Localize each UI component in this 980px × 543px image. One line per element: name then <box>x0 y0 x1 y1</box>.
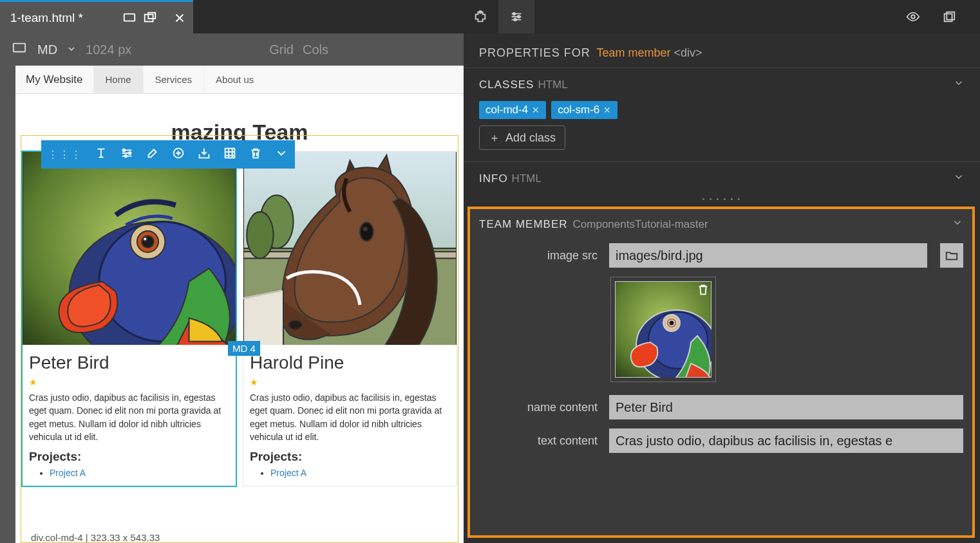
drag-handle-icon[interactable]: ⋮⋮⋮ <box>48 149 82 161</box>
insert-icon[interactable] <box>197 146 211 163</box>
text-content-input[interactable] <box>609 428 963 453</box>
svg-point-28 <box>360 223 373 241</box>
class-chip[interactable]: col-sm-6✕ <box>551 101 617 119</box>
trash-icon[interactable] <box>249 146 263 163</box>
team-member-image-horse <box>243 152 457 345</box>
close-icon[interactable] <box>173 11 187 25</box>
text-content-label: text content <box>479 434 598 448</box>
svg-rect-10 <box>14 43 25 51</box>
team-member-section-header[interactable]: TEAM MEMBER ComponentsTutorial-master <box>479 217 963 232</box>
puzzle-icon[interactable] <box>462 0 498 33</box>
svg-point-7 <box>911 15 915 19</box>
svg-point-27 <box>247 212 273 258</box>
new-window-icon[interactable] <box>143 11 157 25</box>
project-link[interactable]: Project A <box>270 468 306 478</box>
chevron-down-icon[interactable] <box>274 146 288 163</box>
svg-rect-15 <box>225 149 235 158</box>
info-section-header[interactable]: INFO HTML <box>464 162 980 195</box>
design-canvas[interactable]: My Website Home Services About us ⋮⋮⋮ <box>15 66 464 543</box>
star-icon: ★ <box>29 377 229 387</box>
team-member-name[interactable]: Peter Bird <box>29 353 229 373</box>
delete-image-icon[interactable] <box>696 282 710 299</box>
info-title: INFO <box>479 172 508 185</box>
site-brand[interactable]: My Website <box>15 73 93 86</box>
image-thumbnail[interactable] <box>610 277 716 382</box>
svg-point-4 <box>513 13 516 15</box>
plus-icon: ＋ <box>489 130 500 145</box>
list-item: Project A <box>50 468 229 478</box>
classes-title: CLASSES <box>479 78 534 91</box>
svg-point-5 <box>518 15 520 18</box>
team-member-text[interactable]: Cras justo odio, dapibus ac facilisis in… <box>29 391 229 443</box>
grid-icon[interactable] <box>223 146 237 163</box>
maximize-icon[interactable] <box>931 0 967 33</box>
svg-point-36 <box>669 320 675 326</box>
classes-sub: HTML <box>538 78 567 91</box>
browse-folder-button[interactable] <box>940 243 963 268</box>
element-toolbar[interactable]: ⋮⋮⋮ <box>41 140 295 169</box>
remove-class-icon[interactable]: ✕ <box>532 105 540 115</box>
team-member-sub: ComponentsTutorial-master <box>573 218 708 231</box>
svg-point-29 <box>364 227 367 230</box>
team-member-column-2[interactable]: Harold Pine ★ Cras justo odio, dapibus a… <box>243 151 457 486</box>
svg-point-6 <box>514 19 516 21</box>
team-member-column-1[interactable]: Peter Bird ★ Cras justo odio, dapibus ac… <box>22 151 236 486</box>
tab-filename: 1-team.html * <box>10 11 116 25</box>
nav-services[interactable]: Services <box>143 66 204 94</box>
properties-header: PROPERTIES FOR Team member <div> <box>464 33 980 68</box>
class-chip[interactable]: col-md-4✕ <box>479 101 546 119</box>
brush-icon[interactable] <box>146 146 160 163</box>
info-sub: HTML <box>512 172 542 185</box>
title-bar: 1-team.html * <box>0 0 980 33</box>
svg-rect-8 <box>945 14 952 21</box>
chevron-down-icon[interactable] <box>953 171 965 186</box>
cols-toggle[interactable]: Cols <box>303 42 328 57</box>
team-member-text[interactable]: Cras justo odio, dapibus ac facilisis in… <box>250 391 450 443</box>
name-content-input[interactable] <box>609 395 963 419</box>
add-class-button[interactable]: ＋Add class <box>479 125 565 150</box>
list-item: Project A <box>270 468 450 478</box>
svg-rect-9 <box>947 12 954 20</box>
remove-class-icon[interactable]: ✕ <box>603 105 611 115</box>
panel-divider-handle[interactable]: • • • • • • <box>464 195 980 204</box>
text-tool-icon[interactable] <box>94 146 108 163</box>
svg-point-22 <box>143 237 147 241</box>
team-member-image-bird <box>23 152 236 345</box>
projects-heading[interactable]: Projects: <box>250 450 450 464</box>
classes-section-header[interactable]: CLASSES HTML <box>464 68 980 101</box>
settings-panel-icon[interactable] <box>498 0 534 33</box>
file-tab[interactable]: 1-team.html * <box>0 0 193 33</box>
chevron-down-icon[interactable] <box>953 77 965 92</box>
properties-panel: PROPERTIES FOR Team member <div> CLASSES… <box>464 33 980 543</box>
site-nav: My Website Home Services About us <box>15 66 464 94</box>
projects-heading[interactable]: Projects: <box>29 450 229 464</box>
svg-rect-2 <box>148 12 155 18</box>
nav-about[interactable]: About us <box>203 66 265 94</box>
team-member-component-section: TEAM MEMBER ComponentsTutorial-master im… <box>467 207 975 538</box>
image-src-input[interactable] <box>609 243 927 268</box>
eye-icon[interactable] <box>895 0 931 33</box>
element-name: Team member <box>596 46 670 59</box>
nav-home[interactable]: Home <box>93 66 143 94</box>
chevron-down-icon[interactable] <box>952 217 963 232</box>
device-icon[interactable] <box>122 11 137 25</box>
breakpoint-label[interactable]: MD <box>37 42 57 57</box>
device-outline-icon <box>10 41 28 59</box>
team-member-title: TEAM MEMBER <box>479 218 568 231</box>
editor-panel: MD 1024 px Grid Cols My Website Home Ser… <box>0 33 464 543</box>
star-icon: ★ <box>250 377 450 387</box>
element-tag: <div> <box>674 46 702 59</box>
chevron-down-icon[interactable] <box>66 42 77 57</box>
px-label: 1024 px <box>86 42 131 57</box>
grid-toggle[interactable]: Grid <box>269 42 294 57</box>
properties-for-label: PROPERTIES FOR <box>479 46 590 59</box>
image-src-label: image src <box>479 249 598 262</box>
project-link[interactable]: Project A <box>50 468 86 478</box>
svg-rect-0 <box>124 14 135 21</box>
column-size-tag[interactable]: MD 4 <box>228 341 260 356</box>
svg-point-30 <box>288 320 302 329</box>
element-breadcrumb: div.col-md-4 | 323.33 x 543.33 <box>31 532 160 543</box>
add-circle-icon[interactable] <box>171 146 185 163</box>
team-member-name[interactable]: Harold Pine <box>250 353 450 373</box>
sliders-icon[interactable] <box>120 146 134 163</box>
